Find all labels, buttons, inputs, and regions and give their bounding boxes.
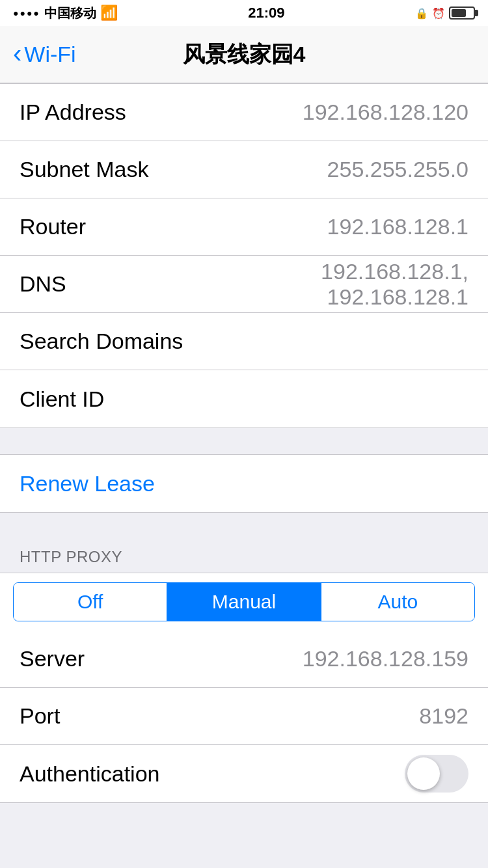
table-row: Router 192.168.128.1 [0, 198, 488, 256]
row-label: Subnet Mask [20, 157, 148, 182]
table-row: Subnet Mask 255.255.255.0 [0, 141, 488, 198]
section-gap-1 [0, 428, 488, 454]
row-label: Client ID [20, 387, 104, 412]
status-left: ●●●● 中国移动 📶 [13, 5, 118, 22]
table-row: Search Domains [0, 313, 488, 370]
wifi-icon: 📶 [100, 5, 118, 21]
renew-lease-button[interactable]: Renew Lease [20, 471, 155, 496]
row-value: 192.168.128.1 [327, 214, 468, 239]
page-title: 风景线家园4 [183, 40, 306, 70]
renew-lease-row: Renew Lease [0, 455, 488, 512]
table-row: Server 192.168.128.159 [0, 631, 488, 688]
row-value: 192.168.128.120 [303, 100, 468, 125]
row-label: Port [20, 703, 60, 729]
proxy-mode-segmented: OffManualAuto [13, 582, 475, 621]
renew-lease-group: Renew Lease [0, 454, 488, 513]
proxy-option-manual[interactable]: Manual [167, 583, 321, 621]
row-label: Server [20, 646, 85, 671]
row-label: Router [20, 214, 86, 239]
table-row: Client ID [0, 370, 488, 427]
carrier-name: 中国移动 [44, 5, 96, 22]
back-label[interactable]: Wi-Fi [24, 42, 75, 67]
battery-icon [449, 7, 475, 20]
row-value: 192.168.128.1, 192.168.128.1 [199, 259, 468, 310]
back-button[interactable]: ‹ Wi-Fi [13, 40, 76, 68]
status-right: 🔒 ⏰ [415, 7, 475, 20]
section-gap-2 [0, 513, 488, 539]
row-value: 8192 [419, 703, 468, 729]
table-row: DNS 192.168.128.1, 192.168.128.1 [0, 256, 488, 313]
row-value: 192.168.128.159 [303, 646, 468, 671]
nav-bar: ‹ Wi-Fi 风景线家园4 [0, 26, 488, 83]
chevron-left-icon: ‹ [13, 39, 21, 68]
status-bar: ●●●● 中国移动 📶 21:09 🔒 ⏰ [0, 0, 488, 26]
toggle-knob [407, 757, 440, 790]
signal-dots: ●●●● [13, 8, 40, 18]
table-row: Authentication [0, 745, 488, 802]
alarm-icon: ⏰ [432, 7, 445, 20]
authentication-toggle[interactable] [405, 755, 468, 793]
row-label: Authentication [20, 761, 160, 787]
lock-icon: 🔒 [415, 7, 428, 20]
row-value: 255.255.255.0 [327, 157, 468, 182]
http-proxy-header: HTTP PROXY [0, 539, 488, 573]
proxy-option-off[interactable]: Off [14, 583, 167, 621]
network-info-table: IP Address 192.168.128.120 Subnet Mask 2… [0, 83, 488, 428]
row-label: DNS [20, 271, 66, 297]
table-row: Port 8192 [0, 688, 488, 745]
proxy-mode-wrapper: OffManualAuto [0, 573, 488, 631]
http-proxy-table: Server 192.168.128.159 Port 8192 Authent… [0, 631, 488, 803]
table-row: IP Address 192.168.128.120 [0, 84, 488, 141]
row-label: Search Domains [20, 329, 183, 354]
row-label: IP Address [20, 100, 126, 125]
status-time: 21:09 [248, 5, 284, 21]
proxy-option-auto[interactable]: Auto [321, 583, 474, 621]
